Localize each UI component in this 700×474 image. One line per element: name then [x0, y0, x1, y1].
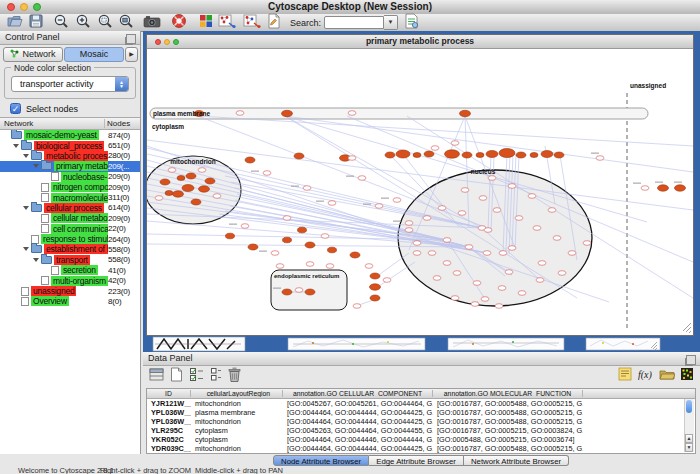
resize-grip-icon[interactable] [683, 323, 691, 333]
tree-item[interactable]: multi-organism pro42(0) [0, 275, 140, 285]
document-icon [51, 266, 59, 275]
table-scrollbar[interactable]: ▲ ▼ [684, 399, 694, 452]
network-view-titlebar[interactable]: primary metabolic process [147, 35, 693, 49]
tree-item[interactable]: biological_process651(0) [0, 140, 140, 150]
tree-item[interactable]: establishment of lo558(0) [0, 244, 140, 254]
attribute-table-header: ID _cellularLayoutRegion annotation.GO C… [147, 389, 695, 399]
attribute-matrix-icon[interactable] [680, 367, 694, 385]
tree-item[interactable]: cellular metabo209(0) [0, 213, 140, 223]
zoom-fit-icon[interactable] [118, 13, 134, 33]
tree-item[interactable]: response to stimulu264(0) [0, 234, 140, 244]
tab-network[interactable]: Network [3, 47, 63, 62]
overlay-network-b-icon[interactable] [243, 13, 262, 33]
delete-attribute-icon[interactable] [228, 367, 241, 386]
table-row[interactable]: YJR121W__1mitochondrion[GO:0045267, GO:0… [147, 399, 695, 408]
plasma-membrane-label: plasma membrane [153, 110, 210, 118]
annotation-note-icon[interactable] [618, 367, 632, 385]
minimized-window-thumbnail[interactable] [448, 338, 564, 350]
overlay-network-a-icon[interactable] [218, 13, 237, 33]
minimized-window-thumbnail[interactable] [153, 337, 245, 351]
network-view-window[interactable]: primary metabolic process [146, 34, 694, 336]
scroll-up-button[interactable]: ▲ [685, 434, 693, 443]
network-canvas[interactable]: plasma membrane cytoplasm mitochondrion … [147, 48, 693, 335]
scrollbar-thumb[interactable] [686, 400, 692, 413]
disclosure-triangle-icon[interactable] [33, 164, 39, 168]
search-options-icon[interactable] [404, 13, 419, 33]
vizmapper-icon[interactable] [199, 14, 213, 32]
folder-icon [11, 131, 22, 139]
cytoplasm-label: cytoplasm [152, 123, 184, 131]
zoom-out-icon[interactable] [53, 13, 69, 33]
import-attributes-icon[interactable] [659, 367, 675, 385]
table-row[interactable]: YDR039C__1mitochondrion[GO:0044464, GO:0… [147, 444, 695, 453]
tab-mosaic[interactable]: Mosaic [64, 47, 124, 62]
help-icon[interactable] [171, 13, 187, 33]
svg-text:f(x): f(x) [638, 369, 653, 381]
tree-header: Network Nodes [0, 117, 140, 130]
nucleus-label: nucleus [471, 168, 496, 175]
zoom-selected-icon[interactable] [97, 13, 113, 33]
search-dropdown-button[interactable]: ▼ [384, 15, 398, 30]
tree-item[interactable]: mosaic-demo-yeast874(0) [0, 130, 140, 140]
data-panel: Data Panel f(x) ID _cellularLayoutRegion… [143, 352, 700, 466]
tree-item[interactable]: nucleobase-209(0) [0, 172, 140, 182]
document-icon [31, 235, 39, 244]
minimized-window-thumbnail[interactable] [288, 338, 425, 350]
network-tree: mosaic-demo-yeast874(0) biological_proce… [0, 130, 140, 454]
minimized-window-thumbnail[interactable] [586, 338, 660, 350]
tree-item[interactable]: nitrogen compo209(0) [0, 182, 140, 192]
table-row[interactable]: YKR052Ccytoplasm[GO:0044464, GO:0044446,… [147, 435, 695, 444]
tab-scroll-right-button[interactable]: ▶ [125, 47, 138, 62]
tree-item[interactable]: cellular process614(0) [0, 203, 140, 213]
node-color-selection-group: Node color selection transporter activit… [4, 67, 136, 99]
zoom-button[interactable] [173, 39, 179, 45]
annotation-icon[interactable] [267, 13, 281, 33]
formula-builder-icon[interactable]: f(x) [637, 367, 654, 385]
search-input[interactable] [324, 16, 384, 29]
document-icon [21, 287, 29, 296]
float-panel-icon[interactable] [126, 34, 136, 44]
table-row[interactable]: YPL036W__1mitochondrion[GO:0044464, GO:0… [147, 417, 695, 426]
tree-item[interactable]: cell communicat22(0) [0, 224, 140, 234]
mitochondrion-label: mitochondrion [170, 158, 216, 165]
column-layout-icon[interactable] [149, 367, 164, 386]
tree-item-selected[interactable]: primary metabo209(... [0, 161, 140, 171]
disclosure-triangle-icon[interactable] [33, 258, 39, 262]
save-session-icon[interactable] [28, 13, 44, 33]
table-row[interactable]: YPL036W__2plasma membrane[GO:0044464, GO… [147, 408, 695, 417]
tree-item[interactable]: transport558(0) [0, 255, 140, 265]
disclosure-triangle-icon[interactable] [23, 247, 29, 251]
folder-icon [31, 245, 42, 253]
create-attribute-icon[interactable] [170, 367, 183, 386]
open-session-icon[interactable] [7, 13, 23, 33]
control-panel-header: Control Panel [0, 31, 140, 45]
table-row[interactable]: YLR295Ccytoplasm[GO:0045263, GO:0044464,… [147, 426, 695, 435]
tree-item[interactable]: unassigned223(0) [0, 286, 140, 296]
tree-item[interactable]: metabolic process280(0) [0, 151, 140, 161]
attribute-table[interactable]: ID _cellularLayoutRegion annotation.GO C… [146, 388, 696, 454]
float-panel-icon[interactable] [686, 355, 696, 365]
select-attributes-icon[interactable] [189, 367, 204, 386]
close-button[interactable] [155, 39, 161, 45]
zoom-in-icon[interactable] [75, 13, 91, 33]
tree-item[interactable]: macromolecule311(0) [0, 192, 140, 202]
tree-item[interactable]: secretion41(0) [0, 265, 140, 275]
disclosure-triangle-icon[interactable] [23, 206, 29, 210]
folder-icon [41, 162, 52, 170]
disclosure-triangle-icon[interactable] [13, 144, 19, 148]
minimize-button[interactable] [164, 39, 170, 45]
control-panel-title: Control Panel [5, 32, 60, 42]
data-panel-header: Data Panel [143, 352, 700, 366]
snapshot-icon[interactable] [143, 13, 162, 33]
document-icon [21, 297, 29, 306]
unselect-attributes-icon[interactable] [210, 367, 222, 386]
nucleus-region [398, 170, 592, 306]
node-color-dropdown[interactable]: transporter activity ▲▼ [11, 76, 129, 92]
tree-item[interactable]: Overview8(0) [0, 296, 140, 306]
disclosure-triangle-icon[interactable] [23, 154, 29, 158]
scroll-down-button[interactable]: ▼ [685, 443, 693, 452]
main-toolbar: Search: ▼ [0, 14, 700, 32]
select-nodes-checkbox[interactable]: ✓ [10, 103, 21, 114]
group-label: Node color selection [11, 63, 94, 73]
document-icon [41, 193, 49, 202]
